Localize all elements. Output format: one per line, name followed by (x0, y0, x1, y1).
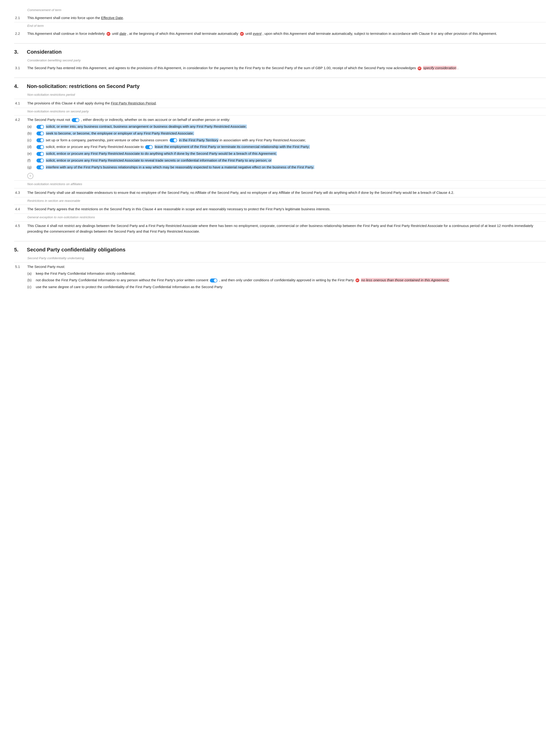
clause-3-1-row: 3.1 The Second Party has entered into th… (14, 64, 546, 72)
toggle-c2[interactable] (170, 138, 177, 142)
clause-4-2-row: 4.2 The Second Party must not , either d… (14, 116, 546, 180)
clause-4-2-num: 4.2 (14, 117, 27, 179)
clause-3-1-text: The Second Party has entered into this A… (27, 65, 546, 71)
clause-5-1-num: 5.1 (14, 264, 27, 291)
clause-4-1-row: 4.1 The provisions of this Clause 4 shal… (14, 100, 546, 107)
clause-2-1-row: 2.1 This Agreement shall come into force… (14, 14, 546, 22)
list-item-e: (e) solicit, entice or procure any First… (27, 151, 546, 157)
add-item-button[interactable]: + (27, 173, 33, 179)
list-item-c: (c) set up or form a company, partnershi… (27, 137, 546, 143)
list-item-a: (a) solicit, or enter into, any business… (27, 124, 546, 130)
clause-2-2-num: 2.2 (14, 31, 27, 37)
section-4-header: 4. Non-solicitation: restrictions on Sec… (14, 78, 546, 90)
clause-4-1-num: 4.1 (14, 101, 27, 106)
section-3-number: 3. (14, 48, 23, 56)
clause-4-3-num: 4.3 (14, 190, 27, 196)
non-sol-second-party-label: Non-solicitation restrictions on second … (14, 109, 546, 115)
list-item-b: (b) seek to become, or become, the emplo… (27, 131, 546, 136)
clause-4-5-row: 4.5 This Clause 4 shall not restrict any… (14, 222, 546, 236)
clause-3-1-num: 3.1 (14, 65, 27, 71)
section-4-number: 4. (14, 82, 23, 90)
clause-4-3-text: The Second Party shall use all reasonabl… (27, 190, 546, 196)
second-party-conf-label: Second Party confidentiality undertaking (14, 255, 546, 262)
clause-5-1-list: (a) keep the First Party Confidential In… (27, 271, 546, 290)
toggle-4-2[interactable] (72, 118, 79, 122)
clause-5-1-text: The Second Party must: (a) keep the Firs… (27, 264, 546, 291)
clause-4-3-row: 4.3 The Second Party shall use all reaso… (14, 189, 546, 197)
clause-4-2-text: The Second Party must not , either direc… (27, 117, 546, 179)
toggle-b[interactable] (36, 132, 44, 136)
list-item-d: (d) solicit, entice or procure any First… (27, 144, 546, 150)
non-sol-period-label: Non-solicitation restrictions period (14, 92, 546, 98)
clause-4-1-text: The provisions of this Clause 4 shall ap… (27, 101, 546, 106)
clause-4-4-row: 4.4 The Second Party agrees that the res… (14, 205, 546, 213)
or-badge-2: or (240, 32, 244, 36)
clause-2-1-text: This Agreement shall come into force upo… (27, 15, 546, 21)
clause-4-4-text: The Second Party agrees that the restric… (27, 206, 546, 212)
restrictions-reasonable-label: Restrictions in section are reasonable (14, 198, 546, 204)
section-5-title: Second Party confidentiality obligations (27, 246, 125, 254)
toggle-c[interactable] (36, 138, 44, 142)
toggle-d[interactable] (36, 145, 44, 149)
consideration-label: Consideration benefiting second party (14, 57, 546, 64)
list-item-g: (g) interfere with any of the First Part… (27, 164, 546, 170)
clause-2-2-row: 2.2 This Agreement shall continue in for… (14, 30, 546, 38)
section-3-title: Consideration (27, 48, 62, 56)
or-badge-5-1: or (356, 279, 359, 282)
toggle-5-1-b[interactable] (210, 279, 218, 283)
list-item-5-1-b: (b) not disclose the First Party Confide… (27, 277, 546, 283)
section-4-title: Non-solicitation: restrictions on Second… (27, 82, 140, 90)
section-5-header: 5. Second Party confidentiality obligati… (14, 241, 546, 254)
toggle-e[interactable] (36, 152, 44, 156)
general-exception-label: General exception to non-solicitation re… (14, 214, 546, 221)
list-item-5-1-a: (a) keep the First Party Confidential In… (27, 271, 546, 277)
toggle-g[interactable] (36, 165, 44, 169)
toggle-f[interactable] (36, 159, 44, 162)
end-of-term-label: End of term (14, 23, 546, 29)
commencement-label: Commencement of term (14, 7, 546, 14)
non-sol-affiliates-label: Non-solicitation restrictions on affilia… (14, 181, 546, 188)
clause-4-5-text: This Clause 4 shall not restrict any dea… (27, 223, 546, 235)
section-3-header: 3. Consideration (14, 43, 546, 56)
toggle-a[interactable] (36, 125, 44, 129)
clause-4-2-list: (a) solicit, or enter into, any business… (27, 124, 546, 170)
clause-2-2-text: This Agreement shall continue in force i… (27, 31, 546, 37)
or-badge-3: or (418, 66, 421, 70)
or-badge-1: or (107, 32, 110, 36)
list-item-5-1-c: (c) use the same degree of care to prote… (27, 284, 546, 290)
toggle-d2[interactable] (145, 145, 153, 149)
list-item-f: (f) solicit, entice or procure any First… (27, 158, 546, 163)
clause-4-5-num: 4.5 (14, 223, 27, 235)
clause-4-4-num: 4.4 (14, 206, 27, 212)
section-5-number: 5. (14, 246, 23, 254)
clause-5-1-row: 5.1 The Second Party must: (a) keep the … (14, 263, 546, 292)
clause-2-1-num: 2.1 (14, 15, 27, 21)
